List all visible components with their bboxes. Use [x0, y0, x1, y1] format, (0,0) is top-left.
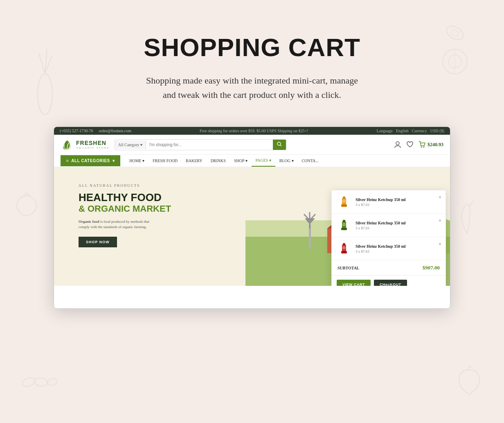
cart-item-3-image [337, 241, 351, 256]
nav-shop[interactable]: SHOP ▾ [230, 155, 252, 167]
ketchup-bottle-3-icon [337, 241, 351, 256]
account-icon[interactable] [394, 141, 401, 148]
svg-point-10 [34, 377, 48, 387]
cart-item-2-remove[interactable]: × [439, 218, 441, 224]
svg-point-20 [277, 142, 281, 145]
svg-rect-30 [343, 220, 345, 222]
shop-now-button[interactable]: SHOP NOW [79, 237, 117, 247]
cart-actions: VIEW CART CHecKOUT [332, 276, 446, 286]
store-logo[interactable]: FRESHEN ORGANIC STORE [61, 138, 110, 151]
hero-subtitle: & ORGANIC MARKET [79, 204, 171, 214]
chilli-right-decoration [455, 197, 479, 238]
page-title: SHOPPING CART [0, 33, 504, 62]
nav-fresh-food[interactable]: FRESH FOOD [148, 155, 182, 167]
tomato-decoration [12, 188, 41, 217]
hero-section: ALL NATURAL PRODUCTS HEALTHY FOOD & ORGA… [54, 167, 450, 286]
ketchup-bottle-2-icon [337, 218, 351, 233]
svg-point-22 [396, 142, 399, 145]
svg-rect-34 [343, 243, 345, 245]
nav-blog[interactable]: BLOG ▾ [275, 155, 298, 167]
hero-desc-bold: Organic food [79, 219, 99, 224]
top-bar-right: Language English Currency USD ($) [377, 129, 444, 133]
page-header: SHOPPING CART Shopping made easy with th… [0, 0, 504, 114]
all-categories-label: ALL CATEGORIES [71, 158, 110, 163]
dropdown-arrow-icon: ▾ [112, 158, 115, 163]
nav-home[interactable]: HOME ▾ [125, 155, 148, 167]
hamburger-icon: ≡ [66, 158, 69, 163]
svg-point-9 [21, 376, 36, 388]
cart-item-3: Silver Heinz Ketchup 350 ml 3 x $7.63 × [332, 237, 446, 260]
nav-contact[interactable]: CONTA... [298, 155, 323, 167]
beans-decoration [20, 374, 57, 390]
svg-point-7 [17, 196, 36, 215]
view-cart-button[interactable]: VIEW CART [337, 280, 371, 286]
cart-item-3-qty: 3 x $7.63 [356, 249, 441, 253]
ketchup-bottle-1-icon [337, 195, 351, 209]
cart-subtotal: SUBTOTAL $907.00 [332, 260, 446, 276]
cart-item-2: Silver Heinz Ketchup 350 ml 3 x $7.63 × [332, 214, 446, 237]
top-bar-left: (+035) 527-1730-70 order@freshen.com [60, 129, 131, 133]
category-label: All Category [118, 143, 140, 147]
logo-icon [61, 138, 74, 151]
currency-label: Currency [412, 129, 427, 133]
hero-tag: ALL NATURAL PRODUCTS [79, 183, 171, 188]
wishlist-icon[interactable] [406, 141, 414, 148]
page-subtitle: Shopping made easy with the integrated m… [0, 73, 504, 102]
svg-point-11 [47, 378, 57, 387]
svg-line-21 [280, 145, 281, 146]
search-button[interactable] [273, 140, 286, 150]
search-input[interactable] [146, 140, 273, 149]
svg-rect-26 [343, 197, 345, 199]
svg-line-16 [469, 366, 473, 368]
header-icons: $240.93 [394, 141, 443, 148]
svg-rect-27 [341, 204, 347, 207]
language-value: English [396, 129, 409, 133]
hero-content: ALL NATURAL PRODUCTS HEALTHY FOOD & ORGA… [79, 183, 171, 247]
hero-description: Organic food is food produced by methods… [79, 219, 160, 230]
logo-tagline: ORGANIC STORE [76, 146, 110, 149]
svg-point-23 [421, 147, 422, 148]
svg-point-24 [423, 147, 425, 148]
top-bar: (+035) 527-1730-70 order@freshen.com Fre… [54, 127, 450, 135]
cart-item-1-remove[interactable]: × [439, 195, 441, 200]
all-categories-button[interactable]: ≡ ALL CATEGORIES ▾ [61, 155, 120, 166]
svg-point-32 [342, 223, 346, 226]
cart-item-2-info: Silver Heinz Ketchup 350 ml 3 x $7.63 [356, 221, 441, 230]
category-selector[interactable]: All Category ▾ [115, 140, 146, 149]
email-address: order@freshen.com [99, 129, 131, 133]
shipping-notice: Free shipping for orders over $59. $5.00… [200, 129, 308, 133]
cart-item-2-name: Silver Heinz Ketchup 350 ml [356, 221, 441, 225]
subtitle-line2: and tweak with the cart product only wit… [163, 90, 341, 100]
store-nav: ≡ ALL CATEGORIES ▾ HOME ▾ FRESH FOOD BAK… [54, 155, 450, 167]
search-bar[interactable]: All Category ▾ [115, 139, 286, 150]
svg-rect-31 [341, 228, 347, 230]
cart-item-3-remove[interactable]: × [439, 241, 441, 247]
mini-cart-dropdown: Silver Heinz Ketchup 350 ml 3 x $7.63 × [331, 190, 446, 286]
svg-point-36 [342, 246, 346, 249]
svg-point-28 [342, 199, 346, 203]
cart-item-2-image [337, 218, 351, 233]
nav-bakery[interactable]: BAKERY [182, 155, 207, 167]
cart-item-3-info: Silver Heinz Ketchup 350 ml 3 x $7.63 [356, 244, 441, 253]
currency-value: USD ($) [430, 129, 444, 133]
cart-button[interactable]: $240.93 [418, 141, 443, 148]
nav-drinks[interactable]: DRINKS [207, 155, 230, 167]
cart-item-1-info: Silver Heinz Ketchup 350 ml 3 x $7.63 [356, 197, 441, 207]
pepper-bottom-right-decoration [453, 366, 486, 398]
cart-item-2-qty: 3 x $7.63 [356, 226, 441, 230]
nav-pages[interactable]: PAGES ▾ [252, 155, 275, 167]
svg-line-12 [469, 201, 473, 207]
cart-item-1-qty: 3 x $7.63 [356, 203, 441, 207]
cart-icon [418, 141, 426, 148]
store-header: FRESHEN ORGANIC STORE All Category ▾ [54, 135, 450, 155]
cart-item-1-name: Silver Heinz Ketchup 350 ml [356, 197, 441, 202]
cart-item-3-name: Silver Heinz Ketchup 350 ml [356, 244, 441, 249]
subtitle-line1: Shopping made easy with the integrated m… [146, 75, 358, 86]
cart-total: $240.93 [428, 142, 443, 148]
subtotal-amount: $907.00 [423, 265, 440, 271]
browser-mockup: (+035) 527-1730-70 order@freshen.com Fre… [54, 127, 450, 309]
checkout-button[interactable]: CHecKOUT [374, 280, 407, 286]
phone-number: (+035) 527-1730-70 [60, 129, 93, 133]
store-footer-area [54, 286, 450, 308]
svg-rect-35 [341, 251, 347, 253]
